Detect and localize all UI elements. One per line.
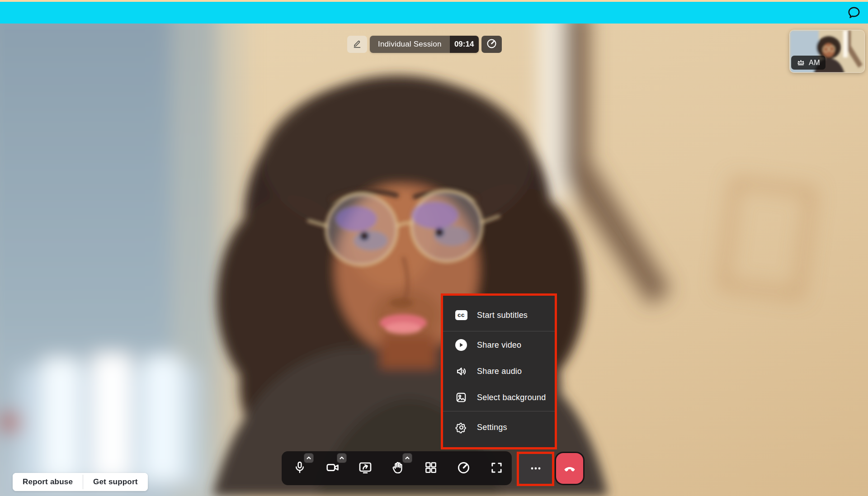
menu-item-settings[interactable]: Settings	[443, 411, 555, 443]
report-abuse-button[interactable]: Report abuse	[13, 473, 83, 491]
microphone-button[interactable]	[290, 458, 310, 478]
top-banner	[0, 0, 868, 24]
menu-item-share-audio[interactable]: Share audio	[443, 359, 555, 384]
call-control-bar	[282, 451, 512, 485]
chat-bubble-icon	[847, 6, 861, 21]
raise-hand-button[interactable]	[388, 458, 408, 478]
gear-icon	[454, 421, 468, 434]
crown-icon	[797, 59, 805, 66]
fullscreen-button[interactable]	[486, 458, 506, 478]
image-icon	[454, 392, 468, 403]
ellipsis-icon	[529, 462, 542, 477]
fullscreen-icon	[490, 461, 503, 476]
self-view[interactable]: AM	[789, 30, 865, 73]
raise-hand-options-expander[interactable]	[402, 453, 412, 463]
get-support-button[interactable]: Get support	[83, 473, 148, 491]
session-title-pill: Individual Session 09:14	[370, 36, 479, 53]
more-options-button[interactable]	[519, 454, 552, 484]
session-timer: 09:14	[450, 36, 479, 53]
speedometer-icon	[457, 461, 471, 476]
connection-stats-button[interactable]	[481, 36, 502, 53]
hang-up-button[interactable]	[556, 453, 583, 484]
microphone-icon	[293, 461, 307, 476]
grid-view-button[interactable]	[421, 458, 441, 478]
chat-button[interactable]	[846, 5, 862, 21]
self-view-name-badge: AM	[791, 56, 826, 70]
more-button-highlight	[517, 452, 554, 486]
raise-hand-icon	[391, 461, 405, 476]
camera-icon	[326, 460, 340, 476]
pencil-icon	[352, 39, 362, 50]
play-circle-icon	[454, 339, 468, 351]
remote-video-feed	[0, 24, 868, 496]
menu-item-select-background[interactable]: Select background	[443, 384, 555, 411]
menu-item-start-subtitles[interactable]: cc Start subtitles	[443, 299, 555, 331]
self-view-initials: AM	[809, 59, 820, 67]
camera-button[interactable]	[323, 458, 343, 478]
speedometer-icon	[486, 38, 497, 51]
more-menu-highlight: cc Start subtitles Share video	[441, 293, 557, 449]
speaker-icon	[454, 365, 468, 378]
screen-share-icon	[358, 460, 373, 476]
video-call-app: Individual Session 09:14	[0, 0, 868, 496]
support-links: Report abuse Get support	[13, 473, 148, 491]
session-header: Individual Session 09:14	[347, 36, 502, 53]
camera-options-expander[interactable]	[337, 453, 347, 463]
phone-down-icon	[563, 461, 576, 476]
cc-subtitles-icon: cc	[454, 310, 468, 320]
menu-item-share-video[interactable]: Share video	[443, 331, 555, 359]
screen-share-button[interactable]	[355, 458, 375, 478]
grid-view-icon	[424, 461, 438, 476]
more-options-menu: cc Start subtitles Share video	[443, 296, 555, 447]
microphone-options-expander[interactable]	[304, 453, 314, 463]
session-title: Individual Session	[370, 36, 450, 53]
connection-speed-button[interactable]	[454, 458, 474, 478]
edit-session-button[interactable]	[347, 36, 367, 53]
